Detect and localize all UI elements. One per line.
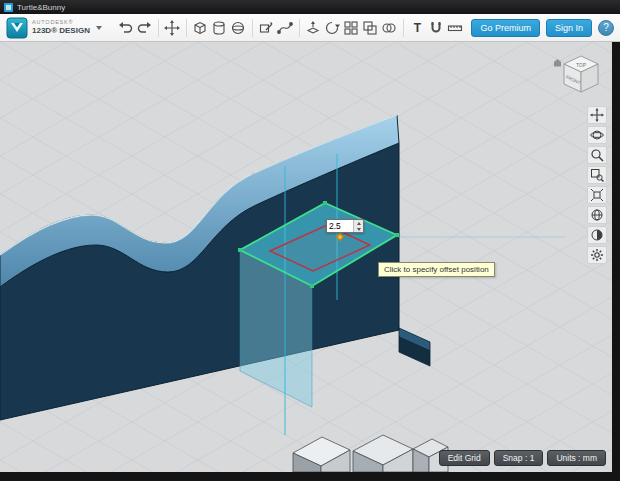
offset-spinner	[353, 220, 363, 232]
display-settings-icon[interactable]	[587, 206, 607, 224]
brand-product: 123D® DESIGN	[32, 27, 90, 35]
offset-tooltip: Click to specify offset position	[378, 262, 495, 277]
units-button[interactable]: Units : mm	[547, 450, 606, 466]
primitive-box-icon[interactable]	[191, 17, 210, 39]
spinner-down-button[interactable]	[354, 226, 363, 232]
offset-value-field	[326, 219, 364, 233]
plane-corner-handle[interactable]	[395, 233, 399, 237]
construct-revolve-icon[interactable]	[323, 17, 342, 39]
edit-grid-button[interactable]: Edit Grid	[439, 450, 490, 466]
toolbar-right-actions: Go Premium Sign In ?	[471, 19, 614, 37]
redo-icon[interactable]	[135, 17, 154, 39]
toolbar-separator	[403, 19, 404, 37]
app-window: Turtle&Bunny AUTODESK® 123D® DESIGN	[0, 0, 620, 481]
snap-icon[interactable]	[427, 17, 446, 39]
home-icon[interactable]	[554, 59, 561, 67]
snap-button[interactable]: Snap : 1	[494, 450, 544, 466]
navigation-toolbar	[587, 106, 607, 264]
gear-icon[interactable]	[587, 246, 607, 264]
combine-icon[interactable]	[380, 17, 399, 39]
toolbar-separator	[299, 19, 300, 37]
brand-text: AUTODESK® 123D® DESIGN	[32, 20, 90, 35]
app-menu-button[interactable]: AUTODESK® 123D® DESIGN	[6, 17, 102, 39]
brand-company: AUTODESK®	[32, 20, 90, 26]
transform-move-icon[interactable]	[163, 17, 182, 39]
text-icon[interactable]: T	[408, 17, 427, 39]
viewcube-top-label: TOP	[576, 62, 587, 68]
grouping-icon[interactable]	[361, 17, 380, 39]
pattern-icon[interactable]	[342, 17, 361, 39]
zoom-window-icon[interactable]	[587, 166, 607, 184]
toolbar-separator	[252, 19, 253, 37]
app-icon	[4, 3, 13, 12]
undo-icon[interactable]	[116, 17, 135, 39]
scene-svg	[0, 42, 612, 472]
toolbar-separator	[186, 19, 187, 37]
toolbar-separator	[158, 19, 159, 37]
help-button[interactable]: ?	[598, 20, 614, 36]
window-titlebar[interactable]: Turtle&Bunny	[0, 0, 620, 14]
zoom-icon[interactable]	[587, 146, 607, 164]
plane-corner-handle[interactable]	[323, 201, 327, 205]
plane-corner-handle[interactable]	[238, 248, 242, 252]
viewport-status-bar: Edit Grid Snap : 1 Units : mm	[439, 450, 606, 466]
primitive-sphere-icon[interactable]	[229, 17, 248, 39]
primitive-cylinder-icon[interactable]	[210, 17, 229, 39]
viewport-3d[interactable]: Click to specify offset position TOP FRO…	[0, 42, 612, 472]
fit-view-icon[interactable]	[587, 186, 607, 204]
sketch-spline-icon[interactable]	[276, 17, 295, 39]
chevron-down-icon	[96, 26, 102, 30]
go-premium-button[interactable]: Go Premium	[471, 19, 540, 37]
pan-icon[interactable]	[587, 106, 607, 124]
sign-in-button[interactable]: Sign In	[546, 19, 592, 37]
autodesk-123d-logo-icon	[6, 17, 28, 39]
main-toolbar: AUTODESK® 123D® DESIGN	[0, 14, 620, 42]
plane-corner-handle[interactable]	[310, 284, 314, 288]
construct-extrude-icon[interactable]	[304, 17, 323, 39]
orbit-icon[interactable]	[587, 126, 607, 144]
measure-icon[interactable]	[446, 17, 465, 39]
viewcube[interactable]: TOP FRONT	[552, 52, 604, 98]
sketch-rectangle-icon[interactable]	[257, 17, 276, 39]
material-icon[interactable]	[587, 226, 607, 244]
offset-input[interactable]	[327, 220, 353, 232]
window-title: Turtle&Bunny	[17, 3, 65, 12]
